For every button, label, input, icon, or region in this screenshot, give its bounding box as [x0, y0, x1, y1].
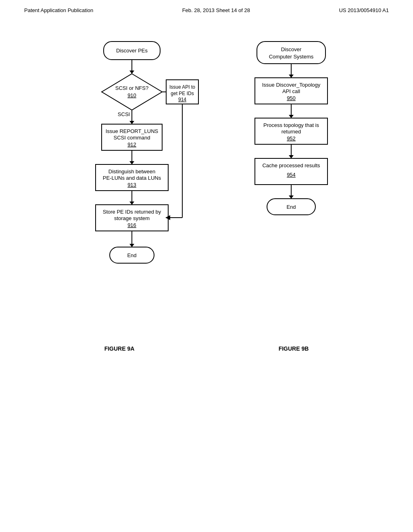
- svg-text:SCSI command: SCSI command: [113, 135, 150, 141]
- svg-text:Issue Discover_Topology: Issue Discover_Topology: [262, 82, 321, 88]
- svg-text:950: 950: [287, 95, 296, 101]
- svg-text:storage system: storage system: [114, 215, 150, 221]
- svg-text:Process topology that is: Process topology that is: [263, 122, 319, 128]
- svg-text:916: 916: [127, 222, 136, 228]
- svg-text:Issue API to: Issue API to: [169, 84, 195, 90]
- svg-text:954: 954: [287, 172, 296, 178]
- svg-text:913: 913: [127, 182, 136, 188]
- svg-marker-44: [289, 75, 294, 78]
- page: Patent Application Publication Feb. 28, …: [0, 0, 413, 532]
- header-center: Feb. 28, 2013 Sheet 14 of 28: [182, 7, 250, 13]
- flowchart-9b: Discover Computer Systems Issue Discover…: [235, 37, 348, 320]
- svg-text:Store PE IDs returned by: Store PE IDs returned by: [103, 209, 161, 215]
- svg-text:PE-LUNs and data LUNs: PE-LUNs and data LUNs: [103, 175, 161, 181]
- figure-9a-label: FIGURE 9A: [104, 345, 135, 352]
- figure-9b: Discover Computer Systems Issue Discover…: [235, 37, 348, 321]
- svg-text:912: 912: [127, 141, 136, 148]
- svg-marker-3: [129, 71, 134, 74]
- diagrams-container: Discover PEs SCSI or NFS? 910 NFS Issue …: [0, 13, 413, 329]
- svg-marker-56: [289, 155, 294, 158]
- svg-marker-61: [289, 195, 294, 199]
- svg-text:Computer Systems: Computer Systems: [269, 54, 314, 60]
- svg-marker-22: [129, 161, 134, 164]
- svg-text:910: 910: [127, 92, 136, 98]
- svg-marker-28: [129, 202, 134, 205]
- svg-marker-50: [289, 115, 294, 118]
- svg-text:Discover PEs: Discover PEs: [116, 48, 148, 54]
- svg-text:End: End: [286, 204, 296, 210]
- svg-text:End: End: [127, 252, 136, 258]
- svg-text:Issue REPORT_LUNS: Issue REPORT_LUNS: [106, 128, 159, 134]
- svg-marker-16: [129, 121, 134, 124]
- svg-marker-4: [102, 74, 162, 110]
- svg-text:Distinguish between: Distinguish between: [108, 168, 155, 175]
- figure-labels: FIGURE 9A FIGURE 9B: [0, 329, 413, 368]
- svg-text:get PE IDs: get PE IDs: [171, 91, 194, 96]
- figure-9b-label: FIGURE 9B: [279, 345, 309, 352]
- flowchart-9a: Discover PEs SCSI or NFS? 910 NFS Issue …: [65, 37, 202, 320]
- svg-text:Discover: Discover: [281, 46, 302, 52]
- header-right: US 2013/0054910 A1: [339, 7, 389, 13]
- svg-text:API call: API call: [282, 88, 300, 94]
- svg-text:SCSI or NFS?: SCSI or NFS?: [115, 85, 148, 91]
- svg-text:returned: returned: [282, 129, 301, 135]
- svg-text:SCSI: SCSI: [118, 111, 130, 117]
- svg-text:914: 914: [178, 97, 186, 102]
- svg-marker-37: [129, 244, 134, 247]
- header-left: Patent Application Publication: [24, 7, 93, 13]
- svg-rect-40: [257, 42, 325, 64]
- svg-text:952: 952: [287, 135, 296, 141]
- svg-text:Cache processed results: Cache processed results: [262, 162, 320, 168]
- figure-9a: Discover PEs SCSI or NFS? 910 NFS Issue …: [65, 37, 202, 321]
- header: Patent Application Publication Feb. 28, …: [0, 0, 413, 13]
